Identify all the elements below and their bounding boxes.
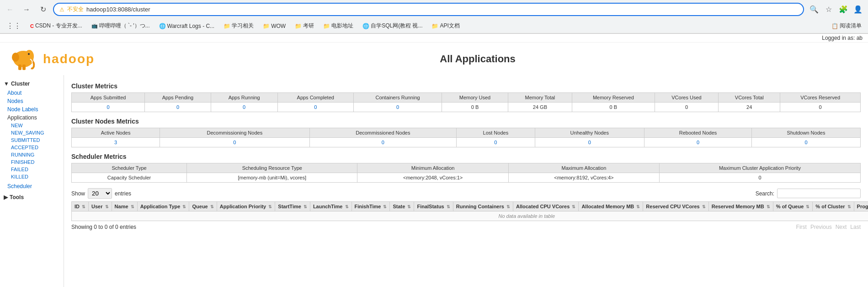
col-min-allocation: Minimum Allocation — [357, 163, 508, 173]
col-name[interactable]: Name ⇅ — [112, 202, 137, 211]
col-reserved-cpu[interactable]: Reserved CPU VCores ⇅ — [643, 202, 708, 211]
scheduler-metrics-header-row: Scheduler Type Scheduling Resource Type … — [72, 163, 861, 173]
sidebar-app-new-saving[interactable]: NEW_SAVING — [0, 129, 64, 136]
col-alloc-memory[interactable]: Allocated Memory MB ⇅ — [579, 202, 643, 211]
val-apps-running: 0 — [211, 103, 277, 112]
col-active-nodes: Active Nodes — [72, 128, 160, 138]
col-alloc-cpu[interactable]: Allocated CPU VCores ⇅ — [513, 202, 578, 211]
table-footer: Showing 0 to 0 of 0 entries First Previo… — [71, 221, 861, 233]
extensions-icon[interactable]: 🧩 — [837, 3, 850, 16]
lost-nodes-link[interactable]: 0 — [494, 140, 497, 145]
col-apps-running: Apps Running — [211, 93, 277, 103]
val-memory-total: 24 GB — [508, 103, 572, 112]
bookmark-movies[interactable]: 📁 电影地址 — [320, 21, 356, 31]
sidebar: ▼ Cluster About Nodes Node Labels Applic… — [0, 75, 64, 287]
apps-running-link[interactable]: 0 — [243, 104, 245, 110]
show-entries-bar: Show 10 20 25 50 100 entries Search: — [71, 188, 861, 199]
back-button[interactable]: ← — [4, 3, 16, 16]
col-running-containers[interactable]: Running Containers ⇅ — [453, 202, 513, 211]
svg-rect-5 — [22, 65, 26, 70]
sidebar-app-finished[interactable]: FINISHED — [0, 158, 64, 166]
sidebar-app-new[interactable]: NEW — [0, 122, 64, 129]
sidebar-about-link[interactable]: About — [0, 89, 64, 97]
col-launch-time[interactable]: LaunchTime ⇅ — [310, 202, 351, 211]
apps-pending-link[interactable]: 0 — [176, 104, 179, 110]
val-min-allocation: <memory:2048, vCores:1> — [357, 173, 508, 183]
sidebar-node-labels-link[interactable]: Node Labels — [0, 105, 64, 114]
col-progress[interactable]: Progress ⇅ — [854, 202, 868, 211]
pagination-buttons: First Previous Next Last — [796, 224, 861, 230]
rebooted-nodes-link[interactable]: 0 — [697, 140, 699, 145]
val-active-nodes: 3 — [72, 138, 160, 147]
scheduler-metrics-data-row: Capacity Scheduler [memory-mb (unit=Mi),… — [72, 173, 861, 183]
entries-label: entries — [115, 190, 131, 197]
containers-running-link[interactable]: 0 — [396, 104, 399, 110]
bookmark-wow[interactable]: 📁 WOW — [260, 22, 288, 30]
pagination-previous[interactable]: Previous — [810, 224, 832, 230]
sidebar-cluster-header[interactable]: ▼ Cluster — [0, 79, 64, 89]
decommissioned-nodes-link[interactable]: 0 — [382, 140, 384, 145]
pagination-next[interactable]: Next — [836, 224, 847, 230]
bookmark-kaoyuan[interactable]: 📁 考研 — [292, 21, 317, 31]
val-lost-nodes: 0 — [457, 138, 535, 147]
sort-user-icon: ⇅ — [105, 205, 109, 209]
search-icon[interactable]: 🔍 — [808, 3, 820, 16]
bookmark-label: Warcraft Logs - C... — [167, 23, 215, 29]
folder-icon: 📁 — [224, 23, 230, 29]
bookmark-icon[interactable]: ☆ — [822, 3, 835, 16]
sidebar-tools-header[interactable]: ▶ Tools — [0, 192, 64, 202]
decomm-nodes-link[interactable]: 0 — [233, 140, 236, 145]
folder-icon: 📁 — [295, 23, 302, 29]
sort-finalstatus-icon: ⇅ — [447, 205, 450, 209]
col-app-priority[interactable]: Application Priority ⇅ — [217, 202, 275, 211]
apps-completed-link[interactable]: 0 — [314, 104, 317, 110]
reading-list[interactable]: 📋 阅读清单 — [829, 21, 864, 31]
bookmark-warcraft[interactable]: 🌐 Warcraft Logs - C... — [156, 22, 218, 30]
bookmark-api[interactable]: 📁 API文档 — [429, 21, 462, 31]
user-account-icon[interactable]: 👤 — [852, 3, 864, 16]
sidebar-app-killed[interactable]: KILLED — [0, 173, 64, 180]
col-state[interactable]: State ⇅ — [390, 202, 414, 211]
col-scheduler-type: Scheduler Type — [72, 163, 187, 173]
sidebar-scheduler-link[interactable]: Scheduler — [0, 182, 64, 190]
sidebar-app-submitted[interactable]: SUBMITTED — [0, 136, 64, 144]
pagination-last[interactable]: Last — [850, 224, 861, 230]
sidebar-app-running[interactable]: RUNNING — [0, 151, 64, 158]
col-start-time[interactable]: StartTime ⇅ — [275, 202, 310, 211]
col-id[interactable]: ID ⇅ — [72, 202, 89, 211]
col-reserved-memory[interactable]: Reserved Memory MB ⇅ — [708, 202, 773, 211]
reload-button[interactable]: ↻ — [37, 3, 49, 16]
cluster-nodes-table: Active Nodes Decommissioning Nodes Decom… — [71, 128, 861, 147]
bookmark-sql[interactable]: 🌐 自学SQL网(教程 视... — [360, 21, 425, 31]
bookmark-bilibili[interactable]: 📺 哔哩哔哩（ `- ′）つ... — [89, 21, 153, 31]
unhealthy-nodes-link[interactable]: 0 — [588, 140, 591, 145]
col-application-type[interactable]: Application Type ⇅ — [137, 202, 189, 211]
active-nodes-link[interactable]: 3 — [114, 140, 117, 145]
col-pct-cluster[interactable]: % of Cluster ⇅ — [813, 202, 854, 211]
col-user[interactable]: User ⇅ — [89, 202, 112, 211]
val-max-allocation: <memory:8192, vCores:4> — [508, 173, 659, 183]
val-decomm-nodes: 0 — [160, 138, 309, 147]
shutdown-nodes-link[interactable]: 0 — [804, 140, 807, 145]
apps-grid-icon[interactable]: ⋮⋮ — [4, 21, 24, 31]
entries-select[interactable]: 10 20 25 50 100 — [88, 188, 112, 199]
col-pct-queue[interactable]: % of Queue ⇅ — [773, 202, 813, 211]
apps-submitted-link[interactable]: 0 — [107, 104, 110, 110]
sidebar-app-failed[interactable]: FAILED — [0, 166, 64, 173]
col-queue[interactable]: Queue ⇅ — [189, 202, 217, 211]
bookmark-study[interactable]: 📁 学习相关 — [221, 21, 256, 31]
col-final-status[interactable]: FinalStatus ⇅ — [414, 202, 453, 211]
col-finish-time[interactable]: FinishTime ⇅ — [351, 202, 390, 211]
forward-button[interactable]: → — [20, 3, 33, 16]
pagination-first[interactable]: First — [796, 224, 807, 230]
sidebar-nodes-link[interactable]: Nodes — [0, 97, 64, 105]
search-input[interactable] — [777, 189, 861, 198]
logged-in-text: Logged in as: ab — [822, 35, 863, 41]
col-scheduling-resource: Scheduling Resource Type — [187, 163, 357, 173]
csdn-favicon: C — [30, 23, 34, 29]
bookmark-csdn[interactable]: C CSDN - 专业开发... — [27, 21, 85, 31]
address-bar[interactable]: ⚠ 不安全 hadoop103:8088/cluster — [53, 3, 804, 16]
sidebar-app-accepted[interactable]: ACCEPTED — [0, 144, 64, 151]
sort-launch-icon: ⇅ — [345, 205, 349, 209]
sort-id-icon: ⇅ — [82, 205, 85, 209]
